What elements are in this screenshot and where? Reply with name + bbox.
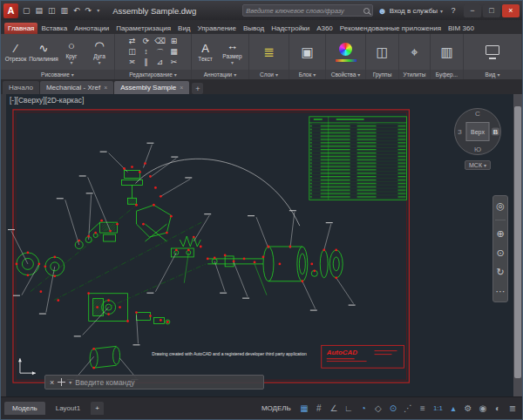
panel-modify-footer[interactable]: Редактирование ▾ xyxy=(115,70,191,79)
viewcube-top-face[interactable]: Верх xyxy=(466,122,490,141)
navbar-more-icon[interactable]: ⋯ xyxy=(496,286,506,297)
otrack-toggle-icon[interactable]: ⋰ xyxy=(402,403,414,413)
ribbon-tab-view[interactable]: Вид xyxy=(174,23,194,34)
arc-tool[interactable]: ◠ Дуга ▾ xyxy=(86,39,112,65)
command-input[interactable] xyxy=(75,378,259,387)
panel-view-footer[interactable]: Вид ▾ xyxy=(464,70,521,79)
annotation-monitor-icon[interactable]: ◉ xyxy=(477,403,489,413)
color-wheel-icon[interactable] xyxy=(339,43,352,56)
panel-draw-footer[interactable]: Рисование ▾ xyxy=(1,70,114,79)
panel-clipboard-footer[interactable]: Буфер... xyxy=(431,70,463,79)
undo-icon[interactable]: ↶ xyxy=(73,4,80,17)
isodraft-icon[interactable]: ◇ xyxy=(372,403,384,413)
view-monitor-icon[interactable] xyxy=(486,45,499,55)
trim-icon[interactable]: ⊿ xyxy=(153,58,167,68)
clipboard-icon[interactable]: ▥ xyxy=(440,44,452,60)
ribbon-tab-a360[interactable]: A360 xyxy=(313,23,336,34)
mirror-icon[interactable]: ◫ xyxy=(126,47,139,58)
ribbon-tab-home[interactable]: Главная xyxy=(4,23,37,34)
ribbon-tab-parametric[interactable]: Параметризация xyxy=(112,23,174,34)
isolate-objects-icon[interactable]: ◐ xyxy=(492,403,504,413)
file-tab-start[interactable]: Начало xyxy=(3,81,39,94)
vertical-scrollbar[interactable] xyxy=(513,94,522,396)
viewcube-north[interactable]: С xyxy=(475,110,480,118)
annotation-scale-button[interactable]: 1:1 xyxy=(431,404,445,412)
new-icon[interactable]: ▢ xyxy=(23,4,31,17)
panel-utilities-footer[interactable]: Утилиты xyxy=(399,70,430,79)
new-file-tab-button[interactable]: + xyxy=(192,83,203,94)
viewcube-west[interactable]: З xyxy=(458,128,462,136)
viewcube-east[interactable]: В xyxy=(492,128,499,136)
panel-block-footer[interactable]: Блок ▾ xyxy=(289,70,325,79)
lineweight-toggle-icon[interactable]: ≡ xyxy=(417,403,429,413)
panel-layers-footer[interactable]: Слои ▾ xyxy=(249,70,289,79)
infer-constraints-icon[interactable]: ∠ xyxy=(328,403,340,413)
navigation-wheel-icon[interactable]: ◎ xyxy=(496,200,505,212)
ribbon-tab-featured-apps[interactable]: Рекомендованные приложения xyxy=(336,23,445,34)
workspace-gear-icon[interactable]: ⚙ xyxy=(462,403,474,413)
fillet-icon[interactable]: ⌒ xyxy=(153,47,167,58)
rotate-icon[interactable]: ⟳ xyxy=(139,37,153,47)
circle-tool[interactable]: ○ Круг ▾ xyxy=(58,39,85,65)
ribbon-tab-manage[interactable]: Управление xyxy=(194,23,240,34)
pan-icon[interactable]: ⊕ xyxy=(496,228,504,240)
help-button[interactable]: ? xyxy=(447,4,459,17)
add-layout-button[interactable]: + xyxy=(91,402,104,415)
groups-icon[interactable]: ◫ xyxy=(376,44,388,60)
osnap-toggle-icon[interactable]: ⊙ xyxy=(387,403,399,413)
ribbon-tab-bim360[interactable]: BIM 360 xyxy=(445,23,478,34)
signin-control[interactable]: ☻ Вход в службы ▾ xyxy=(377,6,443,16)
text-tool[interactable]: A Текст xyxy=(194,42,217,62)
redo-icon[interactable]: ↷ xyxy=(85,4,92,17)
ribbon-tab-annotate[interactable]: Аннотации xyxy=(71,23,112,34)
scale-icon[interactable]: ✂ xyxy=(167,58,181,68)
viewcube-south[interactable]: Ю xyxy=(474,146,481,153)
panel-properties-footer[interactable]: Свойства ▾ xyxy=(326,70,365,79)
viewport-controls[interactable]: [-][Сверху][2D-каркас] xyxy=(10,96,84,105)
command-caret-down-icon[interactable]: ▾ xyxy=(69,379,71,385)
snap-toggle-icon[interactable]: # xyxy=(313,403,325,413)
minimize-button[interactable]: − xyxy=(464,4,481,17)
line-tool[interactable]: ∕ Отрезок xyxy=(3,42,29,62)
erase-icon[interactable]: ⌫ xyxy=(153,37,167,47)
file-tab-mechanical-xref[interactable]: Mechanical - Xref × xyxy=(40,81,113,94)
save-icon[interactable]: ◫ xyxy=(48,4,56,17)
ribbon-tab-addins[interactable]: Надстройки xyxy=(268,23,313,34)
close-button[interactable]: × xyxy=(502,4,520,17)
file-tab-assembly-close-icon[interactable]: × xyxy=(180,85,183,91)
grid-toggle-icon[interactable]: ▦ xyxy=(298,403,310,413)
annotation-visibility-icon[interactable]: ▴ xyxy=(447,403,459,413)
search-input[interactable] xyxy=(246,7,361,15)
drawing-viewport[interactable]: Drawing created with AutoCAD and a regis… xyxy=(6,94,513,396)
search-icon[interactable] xyxy=(363,8,370,14)
ortho-toggle-icon[interactable]: ∟ xyxy=(343,403,355,413)
zoom-icon[interactable]: ⊙ xyxy=(496,247,504,259)
app-logo-button[interactable]: A xyxy=(3,3,18,18)
plot-icon[interactable]: ▥ xyxy=(61,4,69,17)
file-tab-assembly-sample[interactable]: Assembly Sample × xyxy=(114,81,189,94)
layers-icon[interactable]: ≣ xyxy=(263,44,275,60)
panel-annotate-footer[interactable]: Аннотации ▾ xyxy=(192,70,248,79)
panel-groups-footer[interactable]: Группы xyxy=(366,70,398,79)
polar-tracking-icon[interactable]: ◔ xyxy=(357,403,370,413)
qat-caret-down-icon[interactable]: ▾ xyxy=(97,4,99,17)
explode-icon[interactable]: ∥ xyxy=(139,58,153,68)
layout1-tab[interactable]: Layout1 xyxy=(48,402,88,415)
command-close-icon[interactable]: × xyxy=(50,378,54,387)
scrollbar-thumb[interactable] xyxy=(514,106,521,378)
offset-icon[interactable]: ≍ xyxy=(126,58,139,68)
file-tab-xref-close-icon[interactable]: × xyxy=(104,85,107,91)
block-icon[interactable]: ▣ xyxy=(301,44,313,60)
ribbon-tab-insert[interactable]: Вставка xyxy=(37,23,71,34)
polyline-tool[interactable]: ∿ Полилиния xyxy=(31,42,57,62)
move-icon[interactable]: ⇄ xyxy=(126,37,139,47)
open-icon[interactable]: ▤ xyxy=(36,4,44,17)
ribbon-tab-output[interactable]: Вывод xyxy=(240,23,268,34)
viewcube-ring[interactable]: С Ю З В Верх xyxy=(454,108,501,155)
color-bar-icon[interactable] xyxy=(336,59,357,62)
orbit-icon[interactable]: ↻ xyxy=(496,267,504,278)
array-icon[interactable]: ▦ xyxy=(167,47,181,58)
maximize-button[interactable]: □ xyxy=(483,4,500,17)
model-tab[interactable]: Модель xyxy=(4,402,45,415)
copy-icon[interactable]: ⊞ xyxy=(167,37,181,47)
